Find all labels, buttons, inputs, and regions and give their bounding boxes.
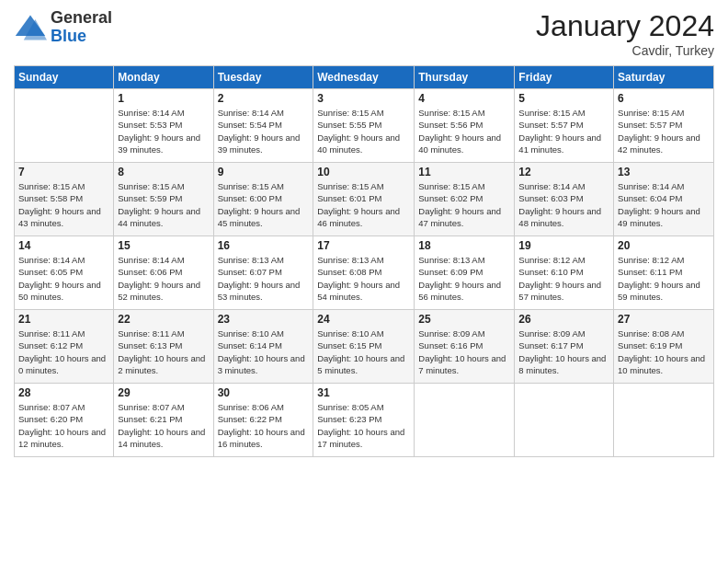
day-info: Sunrise: 8:15 AMSunset: 5:57 PMDaylight:… <box>518 107 609 155</box>
daylight-text: Daylight: 10 hours and 17 minutes. <box>317 426 410 451</box>
daylight-text: Daylight: 10 hours and 5 minutes. <box>317 352 410 377</box>
daylight-text: Daylight: 10 hours and 10 minutes. <box>618 352 710 377</box>
calendar-cell: 21Sunrise: 8:11 AMSunset: 6:12 PMDayligh… <box>15 310 114 384</box>
day-number: 8 <box>118 166 209 178</box>
calendar-cell: 30Sunrise: 8:06 AMSunset: 6:22 PMDayligh… <box>213 384 313 457</box>
sunset-text: Sunset: 5:53 PM <box>118 119 209 131</box>
daylight-text: Daylight: 9 hours and 41 minutes. <box>518 132 609 156</box>
day-number: 22 <box>118 313 209 326</box>
day-number: 21 <box>18 313 109 326</box>
title-section: January 2024 Cavdir, Turkey <box>536 9 714 58</box>
calendar-cell: 3Sunrise: 8:15 AMSunset: 5:55 PMDaylight… <box>313 89 415 163</box>
calendar-cell: 10Sunrise: 8:15 AMSunset: 6:01 PMDayligh… <box>313 163 415 236</box>
day-number: 29 <box>118 386 209 399</box>
sunrise-text: Sunrise: 8:12 AM <box>518 254 609 266</box>
page: General Blue January 2024 Cavdir, Turkey… <box>0 0 728 563</box>
col-friday: Friday <box>515 66 614 89</box>
calendar-cell: 6Sunrise: 8:15 AMSunset: 5:57 PMDaylight… <box>614 89 714 163</box>
sunrise-text: Sunrise: 8:15 AM <box>317 180 410 192</box>
sunrise-text: Sunrise: 8:10 AM <box>218 327 310 339</box>
day-info: Sunrise: 8:14 AMSunset: 5:54 PMDaylight:… <box>218 107 310 155</box>
daylight-text: Daylight: 9 hours and 47 minutes. <box>418 205 510 230</box>
day-info: Sunrise: 8:15 AMSunset: 6:00 PMDaylight:… <box>218 180 310 229</box>
daylight-text: Daylight: 9 hours and 48 minutes. <box>518 205 609 230</box>
col-sunday: Sunday <box>15 66 114 89</box>
sunrise-text: Sunrise: 8:14 AM <box>518 180 609 192</box>
sunrise-text: Sunrise: 8:15 AM <box>418 107 510 119</box>
daylight-text: Daylight: 10 hours and 14 minutes. <box>118 426 209 451</box>
day-info: Sunrise: 8:09 AMSunset: 6:16 PMDaylight:… <box>418 327 510 376</box>
day-info: Sunrise: 8:15 AMSunset: 5:56 PMDaylight:… <box>418 107 510 155</box>
daylight-text: Daylight: 9 hours and 59 minutes. <box>618 279 710 304</box>
day-info: Sunrise: 8:07 AMSunset: 6:21 PMDaylight:… <box>118 401 209 450</box>
sunrise-text: Sunrise: 8:14 AM <box>218 107 310 119</box>
sunrise-text: Sunrise: 8:07 AM <box>118 401 209 413</box>
day-info: Sunrise: 8:15 AMSunset: 6:02 PMDaylight:… <box>418 180 510 229</box>
sunset-text: Sunset: 6:06 PM <box>118 266 209 278</box>
day-number: 25 <box>418 313 510 326</box>
calendar-cell <box>415 384 515 457</box>
calendar-cell: 23Sunrise: 8:10 AMSunset: 6:14 PMDayligh… <box>213 310 313 384</box>
sunset-text: Sunset: 5:57 PM <box>518 119 609 131</box>
sunrise-text: Sunrise: 8:15 AM <box>118 180 209 192</box>
sunset-text: Sunset: 6:14 PM <box>218 339 310 351</box>
calendar-cell: 15Sunrise: 8:14 AMSunset: 6:06 PMDayligh… <box>114 236 213 310</box>
sunset-text: Sunset: 6:23 PM <box>317 413 410 425</box>
day-number: 6 <box>618 92 710 105</box>
day-number: 18 <box>418 239 510 252</box>
day-info: Sunrise: 8:12 AMSunset: 6:10 PMDaylight:… <box>518 254 609 303</box>
calendar-cell: 18Sunrise: 8:13 AMSunset: 6:09 PMDayligh… <box>415 236 515 310</box>
sunrise-text: Sunrise: 8:13 AM <box>418 254 510 266</box>
calendar-cell: 9Sunrise: 8:15 AMSunset: 6:00 PMDaylight… <box>213 163 313 236</box>
sunset-text: Sunset: 6:22 PM <box>218 413 310 425</box>
calendar-cell: 5Sunrise: 8:15 AMSunset: 5:57 PMDaylight… <box>515 89 614 163</box>
day-number: 31 <box>317 386 410 399</box>
day-number: 30 <box>218 386 310 399</box>
sunset-text: Sunset: 6:04 PM <box>618 192 710 204</box>
day-info: Sunrise: 8:11 AMSunset: 6:13 PMDaylight:… <box>118 327 209 376</box>
day-number: 13 <box>618 166 710 178</box>
sunset-text: Sunset: 6:12 PM <box>18 339 109 351</box>
sunrise-text: Sunrise: 8:14 AM <box>618 180 710 192</box>
sunrise-text: Sunrise: 8:15 AM <box>618 107 710 119</box>
calendar-cell: 20Sunrise: 8:12 AMSunset: 6:11 PMDayligh… <box>614 236 714 310</box>
sunset-text: Sunset: 5:54 PM <box>218 119 310 131</box>
col-thursday: Thursday <box>415 66 515 89</box>
calendar-cell: 22Sunrise: 8:11 AMSunset: 6:13 PMDayligh… <box>114 310 213 384</box>
calendar-cell: 25Sunrise: 8:09 AMSunset: 6:16 PMDayligh… <box>415 310 515 384</box>
calendar-cell <box>515 384 614 457</box>
calendar-cell: 7Sunrise: 8:15 AMSunset: 5:58 PMDaylight… <box>15 163 114 236</box>
calendar-cell: 27Sunrise: 8:08 AMSunset: 6:19 PMDayligh… <box>614 310 714 384</box>
calendar-cell <box>15 89 114 163</box>
day-info: Sunrise: 8:15 AMSunset: 5:58 PMDaylight:… <box>18 180 109 229</box>
daylight-text: Daylight: 10 hours and 0 minutes. <box>18 352 109 377</box>
calendar-week-1: 7Sunrise: 8:15 AMSunset: 5:58 PMDaylight… <box>15 163 714 236</box>
sunrise-text: Sunrise: 8:13 AM <box>218 254 310 266</box>
sunrise-text: Sunrise: 8:14 AM <box>18 254 109 266</box>
day-info: Sunrise: 8:14 AMSunset: 6:06 PMDaylight:… <box>118 254 209 303</box>
day-number: 24 <box>317 313 410 326</box>
daylight-text: Daylight: 9 hours and 49 minutes. <box>618 205 710 230</box>
sunset-text: Sunset: 6:08 PM <box>317 266 410 278</box>
sunset-text: Sunset: 5:59 PM <box>118 192 209 204</box>
daylight-text: Daylight: 9 hours and 40 minutes. <box>418 132 510 156</box>
calendar-cell: 13Sunrise: 8:14 AMSunset: 6:04 PMDayligh… <box>614 163 714 236</box>
day-info: Sunrise: 8:15 AMSunset: 6:01 PMDaylight:… <box>317 180 410 229</box>
daylight-text: Daylight: 9 hours and 42 minutes. <box>618 132 710 156</box>
daylight-text: Daylight: 9 hours and 46 minutes. <box>317 205 410 230</box>
sunrise-text: Sunrise: 8:06 AM <box>218 401 310 413</box>
daylight-text: Daylight: 9 hours and 45 minutes. <box>218 205 310 230</box>
daylight-text: Daylight: 9 hours and 39 minutes. <box>218 132 310 156</box>
sunset-text: Sunset: 6:17 PM <box>518 339 609 351</box>
sunrise-text: Sunrise: 8:15 AM <box>317 107 410 119</box>
day-info: Sunrise: 8:13 AMSunset: 6:07 PMDaylight:… <box>218 254 310 303</box>
header: General Blue January 2024 Cavdir, Turkey <box>14 9 714 58</box>
logo-general: General <box>51 9 112 28</box>
sunset-text: Sunset: 6:00 PM <box>218 192 310 204</box>
sunrise-text: Sunrise: 8:05 AM <box>317 401 410 413</box>
daylight-text: Daylight: 9 hours and 53 minutes. <box>218 279 310 304</box>
sunrise-text: Sunrise: 8:14 AM <box>118 254 209 266</box>
col-tuesday: Tuesday <box>213 66 313 89</box>
day-info: Sunrise: 8:10 AMSunset: 6:14 PMDaylight:… <box>218 327 310 376</box>
sunset-text: Sunset: 6:20 PM <box>18 413 109 425</box>
